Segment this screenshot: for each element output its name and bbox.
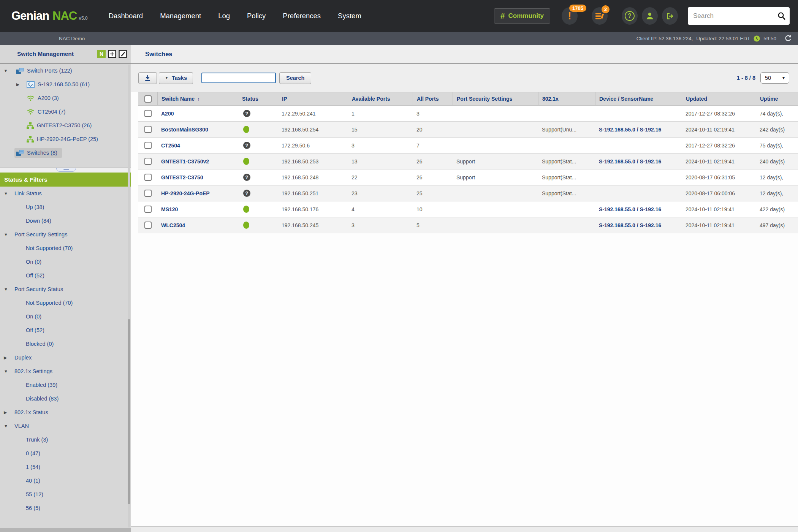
column-header-device-sensorname[interactable]: Device / SensorName [595,92,682,105]
filter-group-label: 802.1x Settings [14,368,52,374]
filter-item-port-security-status-off-52[interactable]: Off (52) [0,323,131,337]
menu-log[interactable]: Log [218,12,230,20]
row-checkbox[interactable] [144,190,152,197]
filter-item-link-status-up-38[interactable]: Up (38) [0,200,131,214]
community-button[interactable]: # Community [494,8,550,24]
device-sensor-link[interactable]: S-192.168.55.0 / S-192.16 [599,158,661,165]
caret-down-icon[interactable]: ▼ [3,68,8,73]
filter-group-port-security-settings[interactable]: ▼Port Security Settings [0,228,131,241]
column-header-ip[interactable]: IP [278,92,348,105]
filter-group-duplex[interactable]: ▶Duplex [0,351,131,364]
filter-item-link-status-down-84[interactable]: Down (84) [0,214,131,228]
column-header-updated[interactable]: Updated [682,92,756,105]
device-sensor-link[interactable]: S-192.168.55.0 / S-192.16 [599,222,661,228]
filter-item-vlan-56-5[interactable]: 56 (5) [0,501,131,515]
alerts-button[interactable]: ! 1705 [562,7,578,25]
edit-button[interactable] [119,50,127,58]
column-header-uptime[interactable]: Uptime [756,92,798,105]
switch-name-link[interactable]: GNTEST2-C3750 [161,174,203,180]
column-header-port-security-settings[interactable]: Port Security Settings [453,92,538,105]
tree-item-ct2504-7[interactable]: CT2504 (7) [0,105,131,119]
row-checkbox[interactable] [144,222,152,229]
device-sensor-link[interactable]: S-192.168.55.0 / S-192.16 [599,127,661,133]
caret-down-icon[interactable]: ▼ [4,287,8,291]
row-checkbox[interactable] [144,126,152,133]
export-download-button[interactable] [138,72,157,84]
menu-system[interactable]: System [338,12,361,20]
filter-item-vlan-40-1[interactable]: 40 (1) [0,474,131,488]
switch-name-link[interactable]: WLC2504 [161,222,185,228]
menu-dashboard[interactable]: Dashboard [109,12,143,20]
filter-item-vlan-1-54[interactable]: 1 (54) [0,460,131,474]
column-header-status[interactable]: Status [238,92,278,105]
tree-item-gntest2-c3750-26[interactable]: GNTEST2-C3750 (26) [0,119,131,132]
column-header-label: Updated [686,96,707,102]
filter-group-802-1x-status[interactable]: ▶802.1x Status [0,405,131,419]
caret-right-icon[interactable]: ▶ [15,82,21,87]
filter-item-vlan-0-47[interactable]: 0 (47) [0,446,131,460]
select-all-checkbox[interactable] [144,95,152,103]
filter-item-vlan-55-12[interactable]: 55 (12) [0,488,131,501]
caret-right-icon[interactable]: ▶ [4,410,7,415]
caret-down-icon[interactable]: ▼ [4,424,8,428]
global-search-input[interactable] [688,12,777,20]
column-header-all-ports[interactable]: All Ports [413,92,453,105]
collapse-handle[interactable] [56,168,76,172]
row-checkbox[interactable] [144,110,152,117]
switch-name-link[interactable]: GNTEST1-C3750v2 [161,158,209,165]
filter-group-link-status[interactable]: ▼Link Status [0,187,131,200]
column-header-switch-name[interactable]: Switch Name↑ [157,92,238,105]
sidebar-scrollbar[interactable] [128,65,130,527]
menu-policy[interactable]: Policy [247,12,266,20]
filter-group-802-1x-settings[interactable]: ▼802.1x Settings [0,364,131,378]
refresh-button[interactable] [784,35,792,42]
caret-down-icon[interactable]: ▼ [4,369,8,374]
add-button[interactable] [108,50,116,58]
caret-down-icon[interactable]: ▼ [4,232,8,237]
column-header-802-1x[interactable]: 802.1x [538,92,595,105]
filter-item-port-security-status-on-0[interactable]: On (0) [0,310,131,323]
filter-item-802-1x-settings-disabled-83[interactable]: Disabled (83) [0,392,131,405]
row-checkbox[interactable] [144,158,152,165]
device-sensor-link[interactable]: S-192.168.55.0 / S-192.16 [599,206,661,212]
tree-item-hp-2920-24g-poep-25[interactable]: HP-2920-24G-PoEP (25) [0,132,131,146]
status-up-icon [243,126,249,133]
caret-right-icon[interactable]: ▶ [4,355,7,360]
menu-preferences[interactable]: Preferences [283,12,321,20]
switch-name-link[interactable]: HP-2920-24G-PoEP [161,190,210,196]
column-header-available-ports[interactable]: Available Ports [348,92,413,105]
brand-logo[interactable]: Genian NAC v5.0 [11,9,88,23]
filter-item-port-security-settings-on-0[interactable]: On (0) [0,255,131,269]
page-size-select[interactable]: 50 ▾ [760,72,789,84]
row-checkbox[interactable] [144,142,152,149]
audit-log-button[interactable]: 2 [592,7,608,25]
filter-item-port-security-settings-off-52[interactable]: Off (52) [0,269,131,282]
filter-item-port-security-settings-not-supported-70[interactable]: Not Supported (70) [0,241,131,255]
node-group-badge[interactable]: N [97,50,106,58]
user-account-button[interactable] [642,7,658,25]
help-button[interactable]: ? [622,7,638,25]
search-button[interactable]: Search [279,72,311,84]
row-checkbox[interactable] [144,174,152,181]
filter-group-port-security-status[interactable]: ▼Port Security Status [0,282,131,296]
switch-name-link[interactable]: A200 [161,111,174,117]
caret-down-icon[interactable]: ▼ [4,191,8,196]
tree-item-s-192-168-50-50-61[interactable]: ▶S-192.168.50.50 (61) [0,78,131,91]
filter-item-port-security-status-not-supported-70[interactable]: Not Supported (70) [0,296,131,310]
switch-name-link[interactable]: CT2504 [161,142,180,149]
table-search-input[interactable] [201,73,276,83]
filter-item-port-security-status-blocked-0[interactable]: Blocked (0) [0,337,131,351]
tree-item-switches-8[interactable]: Switches (8) [0,146,131,160]
tasks-dropdown-button[interactable]: ▼ Tasks [159,72,193,84]
row-checkbox[interactable] [144,206,152,213]
switch-name-link[interactable]: BostonMainSG300 [161,127,208,133]
tree-item-a200-3[interactable]: A200 (3) [0,91,131,105]
filter-group-vlan[interactable]: ▼VLAN [0,419,131,433]
switch-name-link[interactable]: MS120 [161,206,178,212]
filter-item-802-1x-settings-enabled-39[interactable]: Enabled (39) [0,378,131,392]
tree-item-switch-ports-122[interactable]: ▼Switch Ports (122) [0,64,131,78]
menu-management[interactable]: Management [160,12,201,20]
logout-button[interactable] [662,7,678,25]
search-icon[interactable] [777,11,786,21]
filter-item-vlan-trunk-3[interactable]: Trunk (3) [0,433,131,446]
